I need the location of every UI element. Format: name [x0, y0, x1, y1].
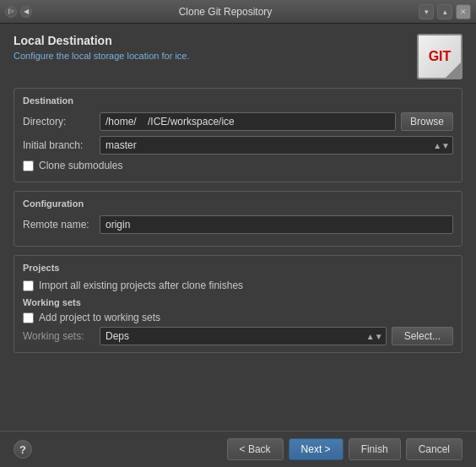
- destination-section: Destination Directory: Browse Initial br…: [14, 88, 462, 182]
- import-projects-checkbox[interactable]: [23, 280, 34, 291]
- titlebar-controls: ▾ ▴ ✕: [419, 4, 471, 19]
- clone-submodules-label[interactable]: Clone submodules: [39, 160, 122, 171]
- header-title: Local Destination: [14, 34, 408, 47]
- configuration-section: Configuration Remote name:: [14, 191, 462, 247]
- git-logo-corner: [446, 62, 461, 78]
- finish-button[interactable]: Finish: [349, 438, 401, 460]
- dialog: Local Destination Configure the local st…: [0, 24, 476, 467]
- remote-name-label: Remote name:: [23, 219, 95, 231]
- working-sets-label: Working sets:: [23, 330, 95, 342]
- import-projects-row: Import all existing projects after clone…: [23, 280, 453, 291]
- browse-button[interactable]: Browse: [401, 112, 453, 131]
- directory-label: Directory:: [23, 116, 95, 128]
- working-sets-title: Working sets: [23, 297, 81, 307]
- cancel-button[interactable]: Cancel: [406, 438, 462, 460]
- directory-input[interactable]: [100, 112, 396, 131]
- help-button[interactable]: ?: [14, 440, 32, 459]
- remote-name-row: Remote name:: [23, 215, 453, 234]
- titlebar-icons: 🏳 ◀: [5, 6, 32, 18]
- initial-branch-select[interactable]: master: [100, 136, 453, 155]
- working-sets-input-wrap: ▲▼: [100, 327, 387, 345]
- working-sets-input[interactable]: [100, 327, 387, 345]
- import-projects-label[interactable]: Import all existing projects after clone…: [39, 280, 243, 291]
- titlebar-collapse-btn[interactable]: ▾: [419, 4, 434, 19]
- header-subtitle: Configure the local storage location for…: [14, 51, 408, 61]
- projects-section-title: Projects: [23, 263, 453, 273]
- titlebar-expand-btn[interactable]: ▴: [437, 4, 452, 19]
- initial-branch-row: Initial branch: master ▲▼: [23, 136, 453, 155]
- header-text: Local Destination Configure the local st…: [14, 34, 408, 61]
- dialog-content: Destination Directory: Browse Initial br…: [0, 88, 476, 431]
- working-sets-row: Working sets: ▲▼ Select...: [23, 327, 453, 345]
- back-button[interactable]: < Back: [227, 438, 284, 460]
- clone-submodules-checkbox[interactable]: [23, 160, 34, 171]
- titlebar-back-icon[interactable]: ◀: [20, 6, 32, 18]
- directory-row: Directory: Browse: [23, 112, 453, 131]
- titlebar: 🏳 ◀ Clone Git Repository ▾ ▴ ✕: [0, 0, 476, 24]
- dialog-footer: ? < Back Next > Finish Cancel: [0, 431, 476, 467]
- configuration-section-title: Configuration: [23, 198, 453, 209]
- add-to-working-sets-label[interactable]: Add project to working sets: [39, 312, 160, 323]
- titlebar-title: Clone Git Repository: [37, 6, 414, 18]
- dialog-header: Local Destination Configure the local st…: [0, 24, 476, 88]
- initial-branch-label: Initial branch:: [23, 139, 95, 151]
- remote-name-input[interactable]: [100, 215, 453, 234]
- projects-section: Projects Import all existing projects af…: [14, 255, 462, 353]
- select-button[interactable]: Select...: [392, 327, 453, 345]
- git-logo-text: GIT: [429, 50, 452, 63]
- next-button[interactable]: Next >: [289, 438, 343, 460]
- destination-section-title: Destination: [23, 95, 453, 106]
- titlebar-flag-icon[interactable]: 🏳: [5, 6, 17, 18]
- add-to-working-sets-checkbox[interactable]: [23, 312, 34, 323]
- add-to-working-sets-row: Add project to working sets: [23, 312, 453, 323]
- titlebar-close-btn[interactable]: ✕: [456, 4, 471, 19]
- git-logo: GIT: [417, 34, 462, 79]
- initial-branch-select-wrapper: master ▲▼: [100, 136, 453, 155]
- clone-submodules-row: Clone submodules: [23, 160, 453, 171]
